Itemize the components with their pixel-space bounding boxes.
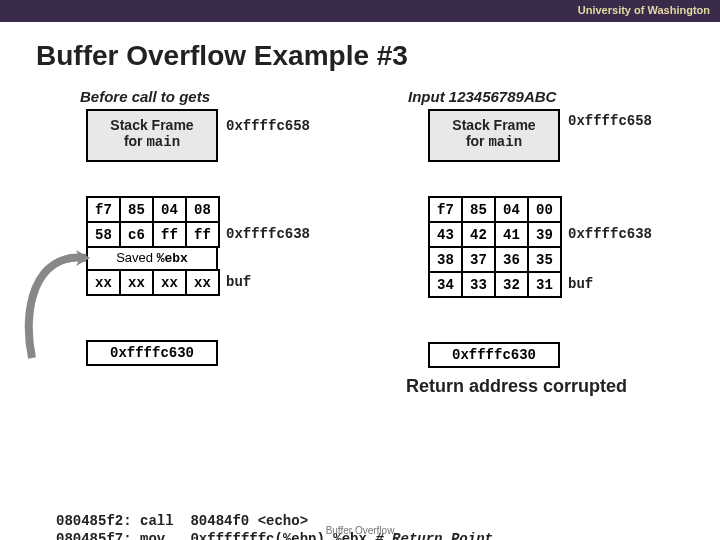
right-bottom-addr: 0xffffc630 (428, 342, 560, 368)
right-addr-mid: 0xffffc638 (568, 226, 652, 242)
frame-label-line1: Stack Frame (88, 117, 216, 133)
left-stack-frame-box: Stack Frame for main (86, 109, 218, 162)
table-row: xx xx xx xx (87, 270, 219, 295)
top-bar: University of Washington (0, 0, 720, 22)
left-bottom-addr: 0xffffc630 (86, 340, 218, 366)
left-bytes-top: f7 85 04 08 58 c6 ff ff (86, 196, 220, 248)
table-row: 38 37 36 35 (429, 247, 561, 272)
table-row: f7 85 04 00 (429, 197, 561, 222)
right-stack-frame-box: Stack Frame for main (428, 109, 560, 162)
frame-label-line2: for main (430, 133, 558, 150)
table-row: 43 42 41 39 (429, 222, 561, 247)
footer-label: Buffer Overflow (0, 525, 720, 536)
left-buf-label: buf (226, 274, 251, 290)
table-row: f7 85 04 08 (87, 197, 219, 222)
corrupt-note: Return address corrupted (406, 376, 627, 397)
page-title: Buffer Overflow Example #3 (36, 40, 720, 72)
left-subtitle: Before call to gets (80, 88, 220, 105)
left-column: Before call to gets Stack Frame for main… (86, 88, 220, 366)
left-addr-top: 0xffffc658 (226, 118, 310, 134)
right-buf-label: buf (568, 276, 593, 292)
left-bytes-buf: xx xx xx xx (86, 269, 220, 296)
right-bytes: f7 85 04 00 43 42 41 39 38 37 36 35 (428, 196, 562, 298)
table-row: 34 33 32 31 (429, 272, 561, 297)
table-row: 58 c6 ff ff (87, 222, 219, 247)
left-saved-ebx: Saved %ebx (86, 248, 218, 271)
arrow-icon (14, 250, 94, 380)
right-subtitle: Input 123456789ABC (408, 88, 562, 105)
right-addr-top: 0xffffc658 (568, 113, 652, 129)
frame-label-line2: for main (88, 133, 216, 150)
left-addr-mid: 0xffffc638 (226, 226, 310, 242)
frame-label-line1: Stack Frame (430, 117, 558, 133)
right-column: Input 123456789ABC Stack Frame for main … (400, 88, 562, 368)
university-label: University of Washington (578, 4, 710, 16)
